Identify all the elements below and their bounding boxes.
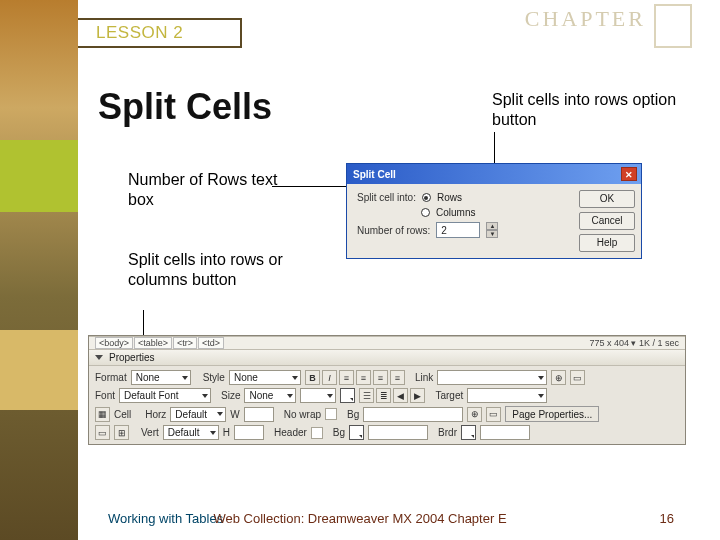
italic-button[interactable]: I xyxy=(322,370,337,385)
list-indent-icons: ☰ ≣ ◀ ▶ xyxy=(359,388,425,403)
rows-radio-label: Rows xyxy=(437,192,462,203)
callout-num-rows: Number of Rows text box xyxy=(128,170,278,210)
callout-split-button: Split cells into rows or columns button xyxy=(128,250,298,290)
tag-tr[interactable]: <tr> xyxy=(173,337,197,349)
tag-table[interactable]: <table> xyxy=(134,337,172,349)
indent-button[interactable]: ▶ xyxy=(410,388,425,403)
bg-color-field[interactable] xyxy=(368,425,428,440)
num-rows-label: Number of rows: xyxy=(357,225,430,236)
ol-button[interactable]: ≣ xyxy=(376,388,391,403)
cell-icon: ▦ xyxy=(95,407,110,422)
dialog-buttons: OK Cancel Help xyxy=(579,190,635,252)
lesson-label: LESSON 2 xyxy=(96,23,183,43)
horz-label: Horz xyxy=(145,409,166,420)
style-select[interactable]: None xyxy=(229,370,301,385)
h-label: H xyxy=(223,427,230,438)
split-cell-dialog: Split Cell ✕ Split cell into: Rows Colum… xyxy=(346,163,642,259)
status-bar: <body><table><tr><td> 775 x 404 ▾ 1K / 1… xyxy=(89,336,685,350)
align-justify-button[interactable]: ≡ xyxy=(390,370,405,385)
ok-button[interactable]: OK xyxy=(579,190,635,208)
style-label: Style xyxy=(203,372,225,383)
bg2-label: Bg xyxy=(333,427,345,438)
outdent-button[interactable]: ◀ xyxy=(393,388,408,403)
brdr-color-field[interactable] xyxy=(480,425,530,440)
h-field[interactable] xyxy=(234,425,264,440)
w-label: W xyxy=(230,409,239,420)
brdr-color-swatch[interactable] xyxy=(461,425,476,440)
target-label: Target xyxy=(435,390,463,401)
align-right-button[interactable]: ≡ xyxy=(373,370,388,385)
vert-select[interactable]: Default xyxy=(163,425,219,440)
font-select[interactable]: Default Font xyxy=(119,388,211,403)
page-title: Split Cells xyxy=(98,86,272,128)
prop-row-1: Format None Style None B I ≡ ≡ ≡ ≡ Link … xyxy=(95,370,679,385)
header-checkbox[interactable] xyxy=(311,427,323,439)
split-cells-button[interactable]: ⊞ xyxy=(114,425,129,440)
tag-td[interactable]: <td> xyxy=(198,337,224,349)
chapter-letter-box xyxy=(654,4,692,48)
align-center-button[interactable]: ≡ xyxy=(356,370,371,385)
link-label: Link xyxy=(415,372,433,383)
tag-selector[interactable]: <body><table><tr><td> xyxy=(95,338,225,348)
status-right: 775 x 404 ▾ 1K / 1 sec xyxy=(589,338,679,348)
split-into-label: Split cell into: xyxy=(357,192,416,203)
rows-radio[interactable] xyxy=(422,193,431,202)
properties-panel: <body><table><tr><td> 775 x 404 ▾ 1K / 1… xyxy=(88,335,686,445)
num-rows-field[interactable]: 2 xyxy=(436,222,480,238)
w-field[interactable] xyxy=(244,407,274,422)
page-properties-button[interactable]: Page Properties... xyxy=(505,406,599,422)
header-label: Header xyxy=(274,427,307,438)
chapter-deco: CHAPTER xyxy=(525,6,692,48)
cancel-button[interactable]: Cancel xyxy=(579,212,635,230)
dialog-body: Split cell into: Rows Columns Number of … xyxy=(347,184,641,260)
nowrap-label: No wrap xyxy=(284,409,321,420)
prop-row-3: ▦ Cell Horz Default W No wrap Bg ⊕ ▭ Pag… xyxy=(95,406,679,422)
properties-body: Format None Style None B I ≡ ≡ ≡ ≡ Link … xyxy=(89,366,685,447)
bg-label: Bg xyxy=(347,409,359,420)
dialog-titlebar: Split Cell ✕ xyxy=(347,164,641,184)
bg-color-swatch[interactable] xyxy=(349,425,364,440)
help-button[interactable]: Help xyxy=(579,234,635,252)
num-rows-spinner[interactable]: ▲▼ xyxy=(486,222,498,238)
columns-radio[interactable] xyxy=(421,208,430,217)
align-left-button[interactable]: ≡ xyxy=(339,370,354,385)
link-browse-button[interactable]: ⊕ xyxy=(551,370,566,385)
link-folder-button[interactable]: ▭ xyxy=(570,370,585,385)
lesson-box: LESSON 2 xyxy=(78,18,242,48)
columns-radio-label: Columns xyxy=(436,207,475,218)
prop-row-4: ▭ ⊞ Vert Default H Header Bg Brdr xyxy=(95,425,679,440)
bold-button[interactable]: B xyxy=(305,370,320,385)
properties-header[interactable]: Properties xyxy=(89,350,685,366)
dialog-title-text: Split Cell xyxy=(353,169,396,180)
horz-select[interactable]: Default xyxy=(170,407,226,422)
dialog-close-button[interactable]: ✕ xyxy=(621,167,637,181)
callout-rows-option: Split cells into rows option button xyxy=(492,90,682,130)
footer-page-number: 16 xyxy=(660,511,674,526)
vert-label: Vert xyxy=(141,427,159,438)
nowrap-checkbox[interactable] xyxy=(325,408,337,420)
brdr-label: Brdr xyxy=(438,427,457,438)
link-field[interactable] xyxy=(437,370,547,385)
ul-button[interactable]: ☰ xyxy=(359,388,374,403)
bg-browse-button[interactable]: ⊕ xyxy=(467,407,482,422)
size-unit-select[interactable] xyxy=(300,388,336,403)
decorative-sidebar xyxy=(0,0,78,540)
text-format-icons: B I ≡ ≡ ≡ ≡ xyxy=(305,370,405,385)
bg-field[interactable] xyxy=(363,407,463,422)
prop-row-2: Font Default Font Size None ☰ ≣ ◀ ▶ Targ… xyxy=(95,388,679,403)
format-label: Format xyxy=(95,372,127,383)
bg-folder-button[interactable]: ▭ xyxy=(486,407,501,422)
target-select[interactable] xyxy=(467,388,547,403)
format-select[interactable]: None xyxy=(131,370,191,385)
size-select[interactable]: None xyxy=(244,388,296,403)
size-label: Size xyxy=(221,390,240,401)
chapter-word: CHAPTER xyxy=(525,6,646,32)
tag-body[interactable]: <body> xyxy=(95,337,133,349)
properties-title: Properties xyxy=(109,352,155,363)
merge-cells-button[interactable]: ▭ xyxy=(95,425,110,440)
chevron-down-icon xyxy=(95,355,103,360)
cell-label: Cell xyxy=(114,409,131,420)
footer-mid: Web Collection: Dreamweaver MX 2004 Chap… xyxy=(0,511,720,526)
text-color-swatch[interactable] xyxy=(340,388,355,403)
font-label: Font xyxy=(95,390,115,401)
